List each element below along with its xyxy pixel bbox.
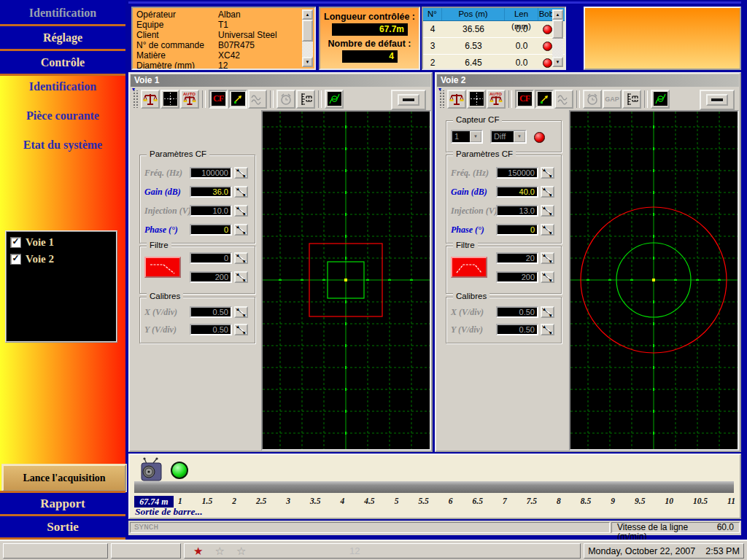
- position-ruler: 11.52 2.533.5 44.55 5.566.5 77.58 8.599.…: [178, 497, 735, 505]
- channel-voie1[interactable]: ✓ Voie 1: [10, 236, 112, 249]
- grid-center-button[interactable]: [467, 90, 486, 109]
- toolbar-drag-handle[interactable]: [438, 90, 445, 108]
- phase-field[interactable]: 0: [496, 224, 538, 236]
- toolbar-separator: [318, 90, 322, 108]
- freq-spinner[interactable]: [541, 167, 554, 179]
- xy-display-button[interactable]: [228, 90, 247, 109]
- star-icon[interactable]: ☆: [214, 545, 224, 558]
- grid-center-button[interactable]: [160, 90, 179, 109]
- balance-button[interactable]: [141, 90, 160, 109]
- voie2-panel: Voie 2 AUTO CF: [435, 72, 741, 452]
- auto-balance-button[interactable]: AUTO: [180, 90, 199, 109]
- table-row[interactable]: 2 6.45 0.0: [423, 55, 565, 70]
- collapse-button[interactable]: [706, 94, 728, 106]
- freq-field[interactable]: 150000: [496, 167, 538, 179]
- filter-high-field[interactable]: 200: [496, 271, 538, 283]
- menu-reglage[interactable]: Réglage: [0, 26, 125, 51]
- cf-mode-button[interactable]: CF: [515, 90, 534, 109]
- filter-high-spinner[interactable]: [234, 271, 248, 283]
- channel-voie2[interactable]: ✓ Voie 2: [10, 253, 112, 265]
- freq-spinner[interactable]: [234, 167, 248, 179]
- submenu-piece-courante[interactable]: Pièce courante: [0, 109, 125, 122]
- gain-field[interactable]: 40.0: [496, 186, 538, 198]
- sortie-button[interactable]: Sortie: [0, 514, 125, 540]
- injection-spinner[interactable]: [541, 205, 554, 217]
- submenu-etat-systeme[interactable]: Etat du système: [0, 139, 125, 152]
- x-scale-field[interactable]: 0.50: [496, 306, 538, 318]
- injection-spinner[interactable]: [234, 205, 248, 217]
- star-icon[interactable]: ☆: [236, 545, 246, 558]
- info-scrollbar[interactable]: ▲ ▼: [302, 9, 313, 67]
- xy-display-button[interactable]: [535, 90, 554, 109]
- y-scale-spinner[interactable]: [234, 324, 248, 335]
- scroll-down-button[interactable]: ▼: [552, 57, 563, 67]
- info-row: Diamètre (mm)12: [133, 61, 314, 70]
- injection-label: Injection (V): [144, 206, 191, 217]
- mode-select[interactable]: Diff▼: [490, 130, 527, 144]
- filter-high-spinner[interactable]: [541, 271, 554, 283]
- injection-field[interactable]: 10.0: [190, 205, 232, 217]
- filter-high-field[interactable]: 200: [190, 271, 232, 283]
- cf-mode-button[interactable]: CF: [209, 90, 228, 109]
- table-scrollbar[interactable]: ▲ ▼: [552, 9, 563, 67]
- timebase-display-button: [248, 90, 267, 109]
- voie2-checkbox-label: Voie 2: [26, 253, 54, 265]
- scroll-down-button[interactable]: ▼: [302, 57, 313, 67]
- gauge-button[interactable]: [622, 90, 641, 109]
- menu-identification[interactable]: Identification: [0, 1, 125, 26]
- lissajous-icon: [328, 92, 341, 106]
- voie1-filtre-group: Filtre 0 200: [139, 246, 255, 294]
- scroll-thumb[interactable]: [302, 20, 313, 42]
- start-acquisition-button[interactable]: Lance l'acquisition: [2, 464, 126, 491]
- table-row[interactable]: 3 6.53 0.0: [423, 38, 565, 55]
- auto-balance-button[interactable]: AUTO: [487, 90, 506, 109]
- voie2-checkbox[interactable]: ✓: [10, 254, 21, 265]
- toolbar-separator: [644, 90, 648, 108]
- voie1-checkbox[interactable]: ✓: [10, 237, 21, 248]
- lissajous-button[interactable]: [325, 90, 344, 109]
- banner-panel: [584, 7, 741, 70]
- phase-spinner[interactable]: [541, 224, 554, 236]
- x-scale-spinner[interactable]: [234, 306, 248, 318]
- scroll-up-button[interactable]: ▲: [552, 9, 563, 20]
- x-scale-field[interactable]: 0.50: [190, 306, 232, 318]
- screen: { "sidebar": { "menu": [ {"label": "Iden…: [0, 0, 747, 560]
- filter-low-field[interactable]: 0: [190, 252, 232, 264]
- submenu-identification[interactable]: Identification: [0, 80, 125, 93]
- y-scale-spinner[interactable]: [541, 324, 554, 335]
- probe-select[interactable]: 1▼: [451, 130, 483, 144]
- toolbar-drag-handle[interactable]: [132, 90, 139, 108]
- x-scale-spinner[interactable]: [541, 306, 554, 318]
- info-row: OpérateurAlban: [133, 9, 314, 20]
- scroll-up-button[interactable]: ▲: [302, 9, 313, 20]
- lissajous-button[interactable]: [651, 90, 670, 109]
- cf-icon: CF: [518, 92, 532, 106]
- balance-button[interactable]: [447, 90, 466, 109]
- camera-icon: [139, 457, 168, 482]
- rapport-button[interactable]: Rapport: [0, 491, 125, 514]
- cf-icon: CF: [212, 92, 225, 106]
- gauge-button[interactable]: [296, 90, 315, 109]
- table-row[interactable]: 4 36.56 0.0: [423, 21, 565, 38]
- voie1-titlebar: Voie 1: [131, 74, 430, 87]
- phase-spinner[interactable]: [234, 224, 248, 236]
- filter-low-spinner[interactable]: [541, 252, 554, 264]
- scroll-thumb[interactable]: [552, 20, 563, 39]
- menu-controle[interactable]: Contrôle: [0, 51, 125, 76]
- gain-spinner[interactable]: [541, 186, 554, 198]
- y-scale-field[interactable]: 0.50: [190, 324, 232, 335]
- phase-field[interactable]: 0: [190, 224, 232, 236]
- chevron-down-icon: ▼: [514, 131, 525, 142]
- voie1-panel: Voie 1 AUTO CF: [128, 72, 433, 452]
- injection-field[interactable]: 13.0: [496, 205, 538, 217]
- taskbar-section: [111, 543, 181, 559]
- gain-field[interactable]: 36.0: [190, 186, 232, 198]
- wave-icon: [557, 92, 571, 106]
- y-scale-field[interactable]: 0.50: [496, 324, 538, 335]
- filter-low-spinner[interactable]: [234, 252, 248, 264]
- star-icon[interactable]: ★: [193, 545, 203, 558]
- gain-spinner[interactable]: [234, 186, 248, 198]
- filter-low-field[interactable]: 20: [496, 252, 538, 264]
- collapse-button[interactable]: [398, 94, 419, 106]
- freq-field[interactable]: 100000: [190, 167, 232, 179]
